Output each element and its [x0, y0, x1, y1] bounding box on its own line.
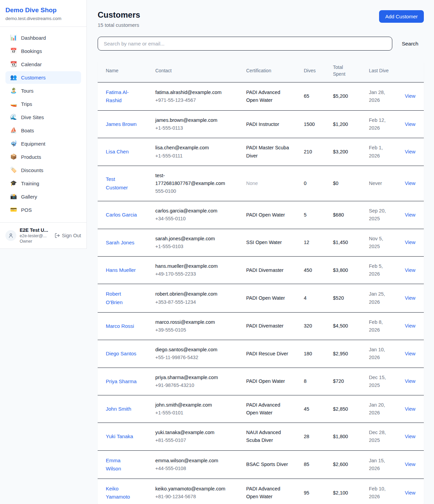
customer-last-dive: Dec 28, 2025: [361, 423, 397, 450]
customer-phone: +1-555-0103: [155, 243, 233, 250]
customer-dives: 4: [296, 284, 325, 312]
table-row: Keiko Yamamoto keiko.yamamoto@example.co…: [98, 479, 424, 504]
view-link[interactable]: View: [405, 212, 415, 218]
sidebar-item-boats[interactable]: ⛵ Boats: [5, 124, 81, 137]
label-icon: 🏷️: [10, 167, 17, 173]
customer-total-spent: $0: [325, 166, 361, 201]
view-link[interactable]: View: [405, 122, 415, 127]
customer-certification: PADI Divemaster: [238, 312, 296, 340]
column-header-last-dive: Last Dive: [361, 59, 397, 82]
customer-email: james.brown@example.com: [155, 116, 233, 124]
bar-chart-icon: 📊: [10, 35, 17, 40]
customer-name-link[interactable]: Diego Santos: [106, 351, 136, 356]
customer-certification: PADI Instructor: [238, 110, 296, 138]
customer-total-spent: $1,800: [325, 423, 361, 450]
view-link[interactable]: View: [405, 406, 415, 412]
customer-total-spent: $4,500: [325, 312, 361, 340]
customer-total-spent: $1,200: [325, 110, 361, 138]
sidebar-item-gallery[interactable]: 📸 Gallery: [5, 190, 81, 203]
customer-last-dive: Feb 1, 2026: [361, 138, 397, 166]
sidebar-item-discounts[interactable]: 🏷️ Discounts: [5, 164, 81, 176]
customers-table: Name Contact Certification Dives Total S…: [98, 59, 424, 504]
view-link[interactable]: View: [405, 240, 415, 245]
customer-total-spent: $2,950: [325, 340, 361, 368]
customer-name-link[interactable]: Fatima Al-Rashid: [106, 89, 129, 103]
sidebar-item-bookings[interactable]: 📅 Bookings: [5, 45, 81, 57]
customer-email: fatima.alrashid@example.com: [155, 89, 233, 96]
customer-phone: +91-98765-43210: [155, 381, 233, 389]
column-header-dives: Dives: [296, 59, 325, 82]
sidebar-item-training[interactable]: 🎓 Training: [5, 177, 81, 190]
sidebar-item-calendar[interactable]: 📆 Calendar: [5, 58, 81, 71]
customer-last-dive: Feb 10, 2026: [361, 479, 397, 504]
sidebar-item-pos[interactable]: 💳 POS: [5, 204, 81, 216]
search-input[interactable]: [98, 37, 392, 51]
view-link[interactable]: View: [405, 267, 415, 273]
customer-total-spent: $3,200: [325, 138, 361, 166]
customer-email: emma.wilson@example.com: [155, 457, 233, 465]
view-link[interactable]: View: [405, 462, 415, 467]
customer-dives: 85: [296, 450, 325, 479]
customer-certification: PADI Master Scuba Diver: [238, 138, 296, 166]
sidebar-item-tours[interactable]: 🏝️ Tours: [5, 85, 81, 97]
table-row: Yuki Tanaka yuki.tanaka@example.com +81-…: [98, 423, 424, 450]
customer-phone: +39-555-0105: [155, 326, 233, 334]
customer-name-link[interactable]: James Brown: [106, 121, 137, 127]
customer-name-link[interactable]: Carlos Garcia: [106, 212, 137, 218]
sidebar-item-trips[interactable]: 🚤 Trips: [5, 98, 81, 110]
customer-certification: PADI Open Water: [238, 368, 296, 395]
sidebar-item-products[interactable]: 📦 Products: [5, 151, 81, 163]
customer-email: test-1772681807767@example.com: [155, 172, 233, 187]
customer-name-link[interactable]: Marco Rossi: [106, 323, 134, 329]
view-link[interactable]: View: [405, 93, 415, 99]
view-link[interactable]: View: [405, 181, 415, 186]
sidebar-item-dashboard[interactable]: 📊 Dashboard: [5, 32, 81, 44]
table-body: Fatima Al-Rashid fatima.alrashid@example…: [98, 82, 424, 504]
customer-name-link[interactable]: Robert O'Brien: [106, 291, 123, 305]
customer-name-link[interactable]: Sarah Jones: [106, 240, 134, 245]
customer-email: yuki.tanaka@example.com: [155, 429, 233, 436]
view-link[interactable]: View: [405, 490, 415, 496]
credit-card-icon: 💳: [10, 207, 17, 212]
customer-name-link[interactable]: Hans Mueller: [106, 267, 136, 273]
view-link[interactable]: View: [405, 295, 415, 301]
customer-name-link[interactable]: John Smith: [106, 406, 131, 412]
customer-total-spent: $2,600: [325, 450, 361, 479]
user-section: E2E Test U... e2e-tester@... Owner Sign …: [0, 222, 86, 248]
table-row: Hans Mueller hans.mueller@example.com +4…: [98, 257, 424, 284]
add-customer-button[interactable]: Add Customer: [379, 10, 424, 23]
main-content: Customers 15 total customers Add Custome…: [98, 0, 424, 504]
sign-out-button[interactable]: Sign Out: [55, 233, 81, 238]
table-row: James Brown james.brown@example.com +1-5…: [98, 110, 424, 138]
customer-phone: +1-555-0111: [155, 152, 233, 160]
customer-dives: 45: [296, 395, 325, 423]
customer-name-link[interactable]: Lisa Chen: [106, 149, 129, 154]
view-link[interactable]: View: [405, 434, 415, 439]
customer-name-link[interactable]: Test Customer: [106, 176, 128, 190]
view-link[interactable]: View: [405, 351, 415, 356]
sailboat-icon: ⛵: [10, 128, 17, 133]
sidebar-item-equipment[interactable]: 🤿 Equipment: [5, 137, 81, 150]
calendar-icon: 📅: [10, 48, 17, 54]
view-link[interactable]: View: [405, 378, 415, 384]
shop-domain: demo.test.divestreams.com: [5, 16, 81, 21]
sidebar-item-dive-sites[interactable]: 🌊 Dive Sites: [5, 111, 81, 124]
logout-icon: [55, 233, 60, 238]
customer-name-link[interactable]: Emma Wilson: [106, 458, 121, 471]
view-link[interactable]: View: [405, 323, 415, 329]
customer-email: diego.santos@example.com: [155, 346, 233, 354]
customer-total-spent: $720: [325, 368, 361, 395]
customer-last-dive: Feb 12, 2026: [361, 110, 397, 138]
search-button[interactable]: Search: [402, 41, 418, 47]
table-row: Emma Wilson emma.wilson@example.com +44-…: [98, 450, 424, 479]
customer-phone: +44-555-0108: [155, 465, 233, 472]
people-icon: 👥: [10, 75, 17, 80]
customer-dives: 0: [296, 166, 325, 201]
tear-off-calendar-icon: 📆: [10, 61, 17, 67]
customer-name-link[interactable]: Yuki Tanaka: [106, 433, 133, 439]
customer-name-link[interactable]: Keiko Yamamoto: [106, 486, 130, 500]
sidebar-item-customers[interactable]: 👥 Customers: [5, 71, 81, 84]
customer-name-link[interactable]: Priya Sharma: [106, 378, 137, 384]
page-title-block: Customers 15 total customers: [98, 10, 140, 28]
view-link[interactable]: View: [405, 149, 415, 154]
